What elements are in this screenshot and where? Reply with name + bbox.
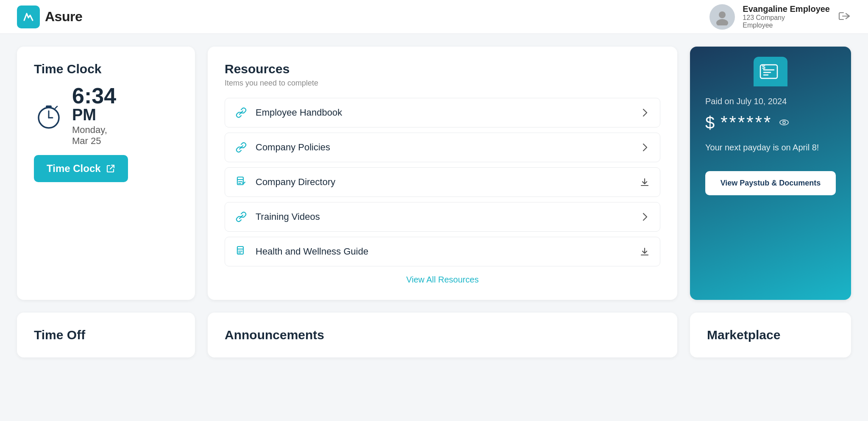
main-content: Time Clock 6:34 PM Monday, Mar 25 bbox=[0, 34, 868, 370]
paid-on: Paid on July 10, 2024 bbox=[705, 97, 836, 106]
resources-title: Resources bbox=[225, 62, 660, 76]
svg-text:$: $ bbox=[762, 64, 765, 70]
resource-item-directory[interactable]: Company Directory bbox=[225, 167, 660, 197]
time-off-card: Time Off bbox=[17, 313, 195, 357]
announcements-title: Announcements bbox=[225, 328, 324, 342]
chevron-right-icon-3 bbox=[640, 212, 650, 222]
link-icon bbox=[235, 107, 247, 119]
training-label: Training Videos bbox=[256, 211, 320, 222]
header: Asure Evangaline Employee 123 Company Em… bbox=[0, 0, 868, 34]
logout-button[interactable] bbox=[837, 9, 851, 25]
marketplace-card: Marketplace bbox=[690, 313, 851, 357]
user-area: Evangaline Employee 123 Company Employee bbox=[709, 4, 851, 30]
policies-label: Company Policies bbox=[256, 142, 330, 153]
directory-label: Company Directory bbox=[256, 177, 335, 188]
chevron-right-icon bbox=[640, 108, 650, 118]
logo-text: Asure bbox=[45, 9, 82, 25]
external-link-icon bbox=[106, 164, 115, 173]
chevron-right-icon-2 bbox=[640, 142, 650, 152]
amount-masked: ****** bbox=[721, 112, 772, 133]
dollar-sign: $ bbox=[705, 113, 715, 132]
bottom-row: Time Off Announcements Marketplace bbox=[17, 313, 851, 357]
marketplace-title: Marketplace bbox=[707, 328, 780, 342]
resource-item-policies[interactable]: Company Policies bbox=[225, 133, 660, 162]
time-clock-card: Time Clock 6:34 PM Monday, Mar 25 bbox=[17, 47, 195, 300]
resources-subtitle: Items you need to complete bbox=[225, 79, 660, 88]
next-payday: Your next payday is on April 8! bbox=[705, 143, 836, 152]
amount-row: $ ****** bbox=[705, 112, 836, 133]
download-icon bbox=[640, 177, 650, 187]
paystub-card: $ Paid on July 10, 2024 $ ****** Your ne… bbox=[690, 47, 851, 300]
logo-icon bbox=[17, 6, 40, 28]
resource-item-handbook[interactable]: Employee Handbook bbox=[225, 98, 660, 127]
document-icon-2 bbox=[235, 246, 247, 258]
time-off-title: Time Off bbox=[34, 328, 85, 342]
user-company: 123 Company bbox=[743, 14, 830, 22]
paystub-content: Paid on July 10, 2024 $ ****** Your next… bbox=[690, 86, 851, 300]
top-row: Time Clock 6:34 PM Monday, Mar 25 bbox=[17, 47, 851, 300]
link-icon-2 bbox=[235, 141, 247, 153]
svg-point-16 bbox=[780, 120, 788, 125]
date-text: Monday, Mar 25 bbox=[72, 125, 116, 147]
user-info: Evangaline Employee 123 Company Employee bbox=[743, 4, 830, 29]
resources-card: Resources Items you need to complete Emp… bbox=[208, 47, 677, 300]
download-icon-2 bbox=[640, 247, 650, 257]
time-clock-button[interactable]: Time Clock bbox=[34, 155, 128, 182]
time-clock-card-title: Time Clock bbox=[34, 62, 178, 76]
user-role: Employee bbox=[743, 22, 830, 29]
paystub-top: $ bbox=[690, 47, 851, 86]
stopwatch-icon bbox=[34, 101, 64, 130]
svg-point-2 bbox=[716, 19, 728, 25]
time-period: PM bbox=[72, 107, 116, 123]
svg-point-1 bbox=[719, 11, 726, 18]
eye-icon[interactable] bbox=[778, 116, 790, 128]
document-icon bbox=[235, 176, 247, 188]
time-display: 6:34 PM Monday, Mar 25 bbox=[34, 85, 178, 147]
handbook-label: Employee Handbook bbox=[256, 107, 342, 118]
view-all-resources-link[interactable]: View All Resources bbox=[225, 275, 660, 285]
avatar bbox=[709, 4, 735, 30]
time-value: 6:34 bbox=[72, 85, 116, 107]
wellness-label: Health and Wellness Guide bbox=[256, 246, 368, 257]
resource-item-wellness[interactable]: Health and Wellness Guide bbox=[225, 237, 660, 266]
svg-line-7 bbox=[55, 106, 57, 108]
svg-line-8 bbox=[110, 165, 114, 169]
user-name: Evangaline Employee bbox=[743, 4, 830, 14]
svg-rect-6 bbox=[46, 105, 52, 108]
paystub-icon-box: $ bbox=[754, 57, 787, 86]
resource-item-training[interactable]: Training Videos bbox=[225, 202, 660, 232]
view-paystub-button[interactable]: View Paystub & Documents bbox=[705, 171, 836, 195]
svg-point-17 bbox=[783, 121, 785, 124]
logo-area: Asure bbox=[17, 6, 82, 28]
link-icon-3 bbox=[235, 211, 247, 223]
time-text: 6:34 PM Monday, Mar 25 bbox=[72, 85, 116, 147]
dollar-doc-icon: $ bbox=[760, 63, 782, 80]
announcements-card: Announcements bbox=[208, 313, 677, 357]
